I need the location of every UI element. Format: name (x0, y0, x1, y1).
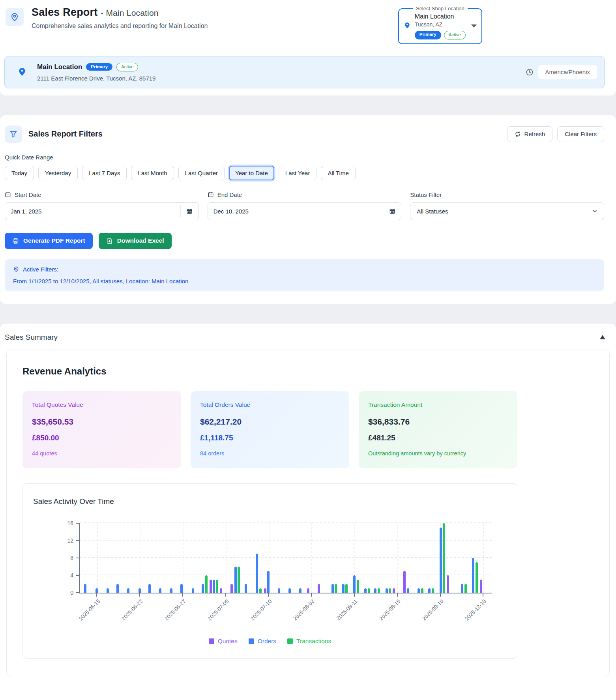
location-banner: Main Location Primary Active 2111 East F… (4, 56, 605, 88)
quick-range-last-year[interactable]: Last Year (279, 166, 317, 180)
y-tick (76, 592, 79, 593)
bar-orders (374, 588, 376, 593)
revenue-stat-grid: Total Quotes Value$35,650.53£850.0044 qu… (22, 391, 517, 468)
legend-item-transactions[interactable]: Transactions (287, 638, 331, 645)
stat-label: Transaction Amount (368, 401, 508, 408)
stat-gbp: £481.25 (368, 434, 508, 442)
calendar-icon (208, 191, 214, 198)
bar-quotes (447, 575, 449, 593)
primary-badge: Primary (86, 63, 112, 71)
chart-legend: QuotesOrdersTransactions (32, 638, 507, 645)
active-filters-title: Active Filters: (23, 266, 58, 273)
generate-pdf-button[interactable]: Generate PDF Report (5, 233, 93, 249)
refresh-icon (515, 131, 521, 137)
end-date-label: End Date (208, 191, 402, 198)
end-date-value[interactable]: Dec 10, 2025 (208, 208, 383, 215)
header-text: Sales Report - Main Location Comprehensi… (32, 6, 398, 30)
x-axis-label: 2025-06-15 (78, 598, 101, 621)
quick-date-range-label: Quick Date Range (5, 154, 616, 161)
bar-orders (418, 588, 420, 593)
timezone-chip: America/Phoenix (538, 65, 597, 79)
bar-transactions (357, 580, 359, 593)
quick-range-yesterday[interactable]: Yesterday (38, 166, 78, 180)
calendar-icon (5, 191, 11, 198)
y-axis-label: 4 (58, 572, 73, 578)
x-tick (397, 593, 398, 597)
bar-orders (288, 588, 291, 593)
calendar-icon (389, 208, 395, 214)
bar-quotes (230, 584, 233, 593)
end-date-input[interactable]: Dec 10, 2025 (208, 202, 402, 220)
bar-quotes (318, 584, 320, 593)
end-date-calendar-button[interactable] (383, 205, 401, 217)
bar-orders (353, 575, 356, 593)
y-tick (76, 575, 79, 576)
y-tick (76, 523, 79, 524)
start-date-label: Start Date (5, 191, 199, 198)
gridline-x (483, 523, 484, 593)
x-tick (96, 593, 97, 597)
gridline-x (97, 523, 98, 593)
gridline-x (140, 523, 140, 593)
banner-location-name: Main Location (37, 63, 82, 71)
bar-quotes (393, 588, 395, 593)
bar-quotes (403, 571, 406, 593)
bar-orders (180, 584, 183, 593)
gridline-y-4 (80, 575, 492, 575)
quick-range-last-month[interactable]: Last Month (131, 166, 174, 180)
start-date-field-group: Start Date Jan 1, 2025 (5, 191, 199, 220)
shop-location-selector[interactable]: Select Shop Location Main Location Tucso… (398, 6, 482, 44)
revenue-analytics-title: Revenue Analytics (22, 366, 594, 377)
quick-range-last-quarter[interactable]: Last Quarter (178, 166, 225, 180)
refresh-button[interactable]: Refresh (507, 126, 553, 142)
download-excel-button[interactable]: Download Excel (99, 233, 172, 249)
page-title-suffix: - Main Location (101, 8, 159, 17)
bar-transactions (464, 584, 467, 593)
filters-title: Sales Report Filters (28, 129, 103, 139)
bar-orders (127, 588, 129, 593)
bar-orders (234, 567, 237, 593)
shop-selector-legend: Select Shop Location (413, 6, 468, 11)
legend-item-quotes[interactable]: Quotes (209, 638, 238, 645)
gridline-y-8 (80, 557, 492, 558)
stat-note: 44 quotes (32, 450, 172, 457)
section-divider (0, 304, 616, 324)
x-tick (354, 593, 355, 597)
gridline-x (226, 523, 227, 593)
filters-section: Sales Report Filters Refresh Clear Filte… (0, 115, 616, 304)
legend-item-orders[interactable]: Orders (249, 638, 276, 645)
bar-orders (148, 584, 151, 593)
shop-city: Tucson, AZ (415, 21, 466, 28)
caret-down-icon (471, 24, 477, 28)
stat-gbp: £850.00 (32, 434, 172, 442)
quick-range-year-to-date[interactable]: Year to Date (229, 166, 274, 180)
bar-orders (364, 588, 367, 593)
bar-orders (440, 528, 442, 593)
start-date-input[interactable]: Jan 1, 2025 (5, 202, 199, 220)
bar-quotes (307, 588, 309, 593)
bar-orders (256, 554, 258, 593)
banner-address: 2111 East Florence Drive, Tucson, AZ, 85… (37, 75, 155, 82)
clear-filters-button[interactable]: Clear Filters (557, 126, 604, 142)
bar-quotes (220, 588, 222, 593)
sales-summary-section: Sales Summary Revenue Analytics Total Qu… (0, 324, 616, 700)
bar-transactions (421, 588, 423, 593)
quick-range-all-time[interactable]: All Time (321, 166, 355, 180)
status-filter-value: All Statuses (417, 208, 448, 215)
collapse-triangle-icon[interactable] (600, 335, 605, 339)
start-date-value[interactable]: Jan 1, 2025 (5, 208, 180, 215)
bar-transactions (259, 588, 262, 593)
y-tick (76, 540, 79, 541)
legend-label: Transactions (296, 638, 331, 645)
x-axis-label: 2025-06-22 (120, 598, 144, 621)
start-date-calendar-button[interactable] (180, 205, 198, 217)
quick-range-last-7-days[interactable]: Last 7 Days (82, 166, 127, 180)
active-badge: Active (444, 31, 466, 39)
quick-range-today[interactable]: Today (5, 166, 34, 180)
stat-gbp: £1,118.75 (200, 434, 340, 442)
stat-usd: $35,650.53 (32, 417, 172, 427)
status-filter-select[interactable]: All Statuses (410, 202, 604, 220)
bar-orders (192, 588, 194, 593)
bar-transactions (216, 580, 218, 593)
bar-orders (245, 584, 247, 593)
